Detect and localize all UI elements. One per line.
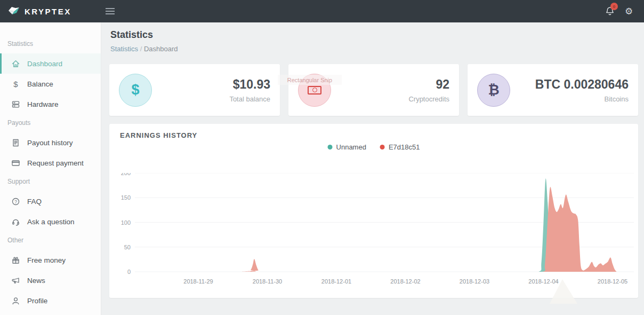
cryptocredits-card: 92 Cryptocredits: [288, 64, 459, 116]
svg-text:2018-12-03: 2018-12-03: [460, 278, 489, 285]
svg-text:0: 0: [127, 269, 131, 275]
sidebar-item-faq[interactable]: ? FAQ: [0, 191, 101, 211]
sidebar-item-label: Request payment: [27, 159, 84, 167]
sidebar-item-label: Ask a question: [27, 218, 75, 226]
total-balance-card: $ $10.93 Total balance: [109, 64, 280, 116]
sidebar-item-request-payment[interactable]: Request payment: [0, 153, 101, 173]
sidebar-item-label: News: [27, 277, 45, 285]
sidebar: Statistics Dashboard $ Balance Hardware …: [0, 22, 101, 315]
svg-text:50: 50: [124, 244, 131, 250]
sidebar-item-news[interactable]: News: [0, 270, 101, 290]
sidebar-item-label: Profile: [27, 297, 47, 305]
legend-dot-teal: [328, 145, 333, 149]
menu-toggle-icon[interactable]: [106, 0, 115, 22]
earnings-area-chart[interactable]: 0501001502002018-11-292018-11-302018-12-…: [109, 173, 638, 296]
bitcoins-label: Bitcoins: [535, 95, 629, 103]
sidebar-item-label: Payout history: [27, 139, 73, 147]
svg-text:2018-12-02: 2018-12-02: [390, 278, 420, 285]
cryptocredits-value: 92: [408, 77, 449, 92]
breadcrumb-parent[interactable]: Statistics: [110, 45, 138, 53]
topbar: KRYPTEX 0 ⚙: [0, 0, 644, 22]
sidebar-item-label: Balance: [27, 80, 53, 88]
svg-text:2018-12-05: 2018-12-05: [598, 278, 627, 285]
logo-text: KRYPTEX: [25, 7, 71, 16]
svg-text:100: 100: [121, 219, 131, 226]
svg-text:150: 150: [121, 194, 131, 201]
summary-cards: $ $10.93 Total balance 92 Cryptocredits …: [109, 64, 638, 116]
sidebar-item-payout-history[interactable]: Payout history: [0, 132, 101, 153]
svg-text:2018-12-01: 2018-12-01: [321, 278, 351, 285]
gift-icon: [11, 256, 20, 265]
server-icon: [11, 100, 20, 109]
credit-card-icon: [11, 159, 20, 168]
sidebar-item-balance[interactable]: $ Balance: [0, 74, 101, 94]
sidebar-item-label: Free money: [27, 256, 66, 264]
sidebar-item-free-money[interactable]: Free money: [0, 250, 101, 270]
sidebar-item-dashboard[interactable]: Dashboard: [0, 53, 101, 74]
chart-legend: Unnamed E7d18c51: [328, 143, 420, 151]
sidebar-item-label: Hardware: [27, 100, 59, 108]
dollar-circle-icon: $: [119, 74, 152, 107]
bitcoins-card: ₿ BTC 0.00280646 Bitcoins: [468, 64, 638, 116]
question-icon: ?: [11, 197, 20, 206]
kryptex-logo[interactable]: KRYPTEX: [7, 0, 71, 22]
home-icon: [11, 59, 20, 68]
svg-text:2018-11-30: 2018-11-30: [253, 278, 282, 285]
sidebar-section-support: Support: [0, 175, 101, 188]
snip-tooltip-artifact: Rectangular Snip: [278, 75, 342, 85]
breadcrumb-separator: /: [140, 45, 142, 53]
gear-icon: ⚙: [625, 6, 633, 17]
megaphone-icon: [11, 276, 20, 285]
legend-item-e7d18c51[interactable]: E7d18c51: [380, 143, 420, 151]
svg-text:200: 200: [121, 173, 131, 176]
sidebar-section-other: Other: [0, 234, 101, 247]
sidebar-item-hardware[interactable]: Hardware: [0, 94, 101, 114]
sidebar-item-ask-question[interactable]: Ask a question: [0, 211, 101, 232]
sidebar-item-profile[interactable]: Profile: [0, 290, 101, 311]
earnings-history-title: EARNINGS HISTORY: [120, 131, 197, 139]
headset-icon: [11, 217, 20, 226]
legend-dot-red: [380, 145, 385, 149]
person-icon: [11, 296, 20, 305]
page-title: Statistics: [110, 29, 644, 41]
dollar-icon: $: [11, 80, 20, 89]
svg-text:2018-11-29: 2018-11-29: [183, 278, 213, 285]
sidebar-item-label: FAQ: [27, 198, 42, 206]
notification-badge: 0: [610, 3, 618, 10]
total-balance-label: Total balance: [229, 95, 270, 103]
legend-item-unnamed[interactable]: Unnamed: [328, 143, 366, 151]
earnings-history-panel: EARNINGS HISTORY Unnamed E7d18c51 050100…: [109, 124, 638, 298]
receipt-icon: [11, 138, 20, 147]
cryptocredits-label: Cryptocredits: [408, 95, 449, 103]
main-content: Statistics Statistics / Dashboard $ $10.…: [101, 22, 644, 315]
breadcrumb: Statistics / Dashboard: [110, 45, 644, 53]
svg-text:?: ?: [14, 199, 17, 204]
svg-text:2018-12-04: 2018-12-04: [528, 278, 558, 285]
sidebar-item-label: Dashboard: [27, 60, 62, 68]
sidebar-section-statistics: Statistics: [0, 37, 101, 50]
bitcoins-value: BTC 0.00280646: [535, 77, 629, 92]
area-Unnamed: [136, 178, 618, 272]
kryptex-logo-icon: [7, 6, 20, 17]
total-balance-value: $10.93: [229, 77, 270, 92]
bitcoin-circle-icon: ₿: [477, 74, 510, 107]
svg-text:$: $: [13, 80, 18, 89]
settings-button[interactable]: ⚙: [625, 0, 633, 22]
breadcrumb-current: Dashboard: [144, 45, 178, 53]
sidebar-section-payouts: Payouts: [0, 116, 101, 129]
